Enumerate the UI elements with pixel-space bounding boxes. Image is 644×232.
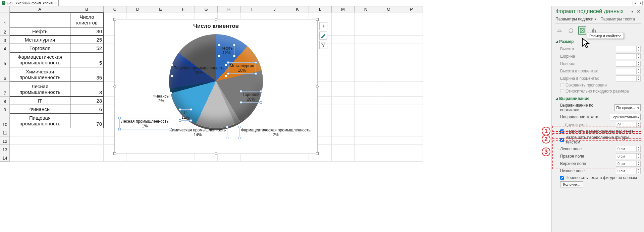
row-header[interactable]: 13 <box>0 145 10 153</box>
column-header[interactable]: P <box>400 6 423 12</box>
checkbox-lock-ratio[interactable]: Сохранить пропорции <box>560 83 607 88</box>
cell[interactable]: Число клиентов <box>70 12 104 27</box>
cell[interactable] <box>332 52 355 67</box>
cell[interactable]: Металлургия <box>10 36 70 44</box>
cell[interactable] <box>400 105 423 113</box>
data-label[interactable]: Металлургия10% <box>228 62 256 74</box>
cell[interactable]: 30 <box>70 27 104 36</box>
select-vertical-align[interactable]: По среди... <box>614 104 641 111</box>
cell[interactable] <box>377 145 400 153</box>
cell[interactable] <box>332 36 355 44</box>
column-header[interactable]: N <box>355 6 377 12</box>
column-header[interactable]: O <box>377 6 400 12</box>
input-left-margin[interactable]: 0 см▴▾ <box>616 146 641 152</box>
cell[interactable] <box>218 153 240 162</box>
cell[interactable] <box>400 44 423 52</box>
cell[interactable] <box>240 153 263 162</box>
row-header[interactable]: 7 <box>0 82 10 97</box>
column-header[interactable]: L <box>309 6 332 12</box>
cell[interactable] <box>355 44 377 52</box>
input-bottom-margin[interactable]: 0 см▴▾ <box>616 168 641 174</box>
cell[interactable] <box>377 153 400 162</box>
panel-dropdown-icon[interactable]: ▼ <box>631 10 634 13</box>
cell[interactable] <box>355 145 377 153</box>
cell[interactable] <box>400 12 423 27</box>
cell[interactable] <box>332 145 355 153</box>
cell[interactable] <box>10 145 70 153</box>
input-top-margin[interactable]: 0 см▴▾ <box>616 161 641 167</box>
data-label[interactable]: Торговля20% <box>241 91 261 103</box>
cell[interactable] <box>332 136 355 145</box>
data-label[interactable]: Лесная промышленность1% <box>119 118 170 129</box>
cell[interactable]: Фармацевтическая промышленность <box>10 52 70 67</box>
cell[interactable] <box>400 82 423 97</box>
column-header[interactable]: A <box>10 6 70 12</box>
tab-text-options[interactable]: Параметры текста <box>600 17 635 21</box>
effects-icon[interactable] <box>567 26 575 35</box>
cell[interactable] <box>332 97 355 105</box>
cell[interactable] <box>377 113 400 128</box>
column-header[interactable]: J <box>263 6 286 12</box>
cell[interactable] <box>263 153 286 162</box>
cell[interactable]: 28 <box>70 97 104 105</box>
column-header[interactable]: F <box>172 6 195 12</box>
close-tab-icon[interactable]: ✕ <box>54 1 57 5</box>
data-label[interactable]: Нефть12% <box>219 45 234 56</box>
cell[interactable]: 35 <box>70 67 104 82</box>
row-header[interactable]: 3 <box>0 36 10 44</box>
cell[interactable] <box>400 27 423 36</box>
worksheet[interactable]: ABCDEFGHIJKLMNOP 1234567891011121314 Чис… <box>0 6 552 232</box>
row-header[interactable]: 11 <box>0 128 10 136</box>
cell[interactable] <box>309 153 332 162</box>
cell[interactable]: 52 <box>70 44 104 52</box>
column-header[interactable]: K <box>286 6 309 12</box>
chart-styles-button[interactable] <box>319 32 327 40</box>
row-header[interactable]: 6 <box>0 67 10 82</box>
cell[interactable] <box>377 97 400 105</box>
column-header[interactable]: B <box>70 6 104 12</box>
tab-scroll-left[interactable]: ◂ <box>633 1 637 5</box>
checkbox-allow-overflow[interactable]: Разрешить переполнение фигуры текстом <box>560 135 641 144</box>
cell[interactable] <box>332 67 355 82</box>
cell[interactable] <box>355 128 377 136</box>
checkbox-wrap-text[interactable]: Переносить текст в фигуре по словам <box>560 175 637 180</box>
cell[interactable] <box>10 153 70 162</box>
cell[interactable] <box>400 113 423 128</box>
cell[interactable] <box>195 153 218 162</box>
section-alignment[interactable]: Выравнивание <box>555 94 641 102</box>
cell[interactable]: Химическая промышленность <box>10 67 70 82</box>
cell[interactable] <box>70 136 104 145</box>
tab-label-options[interactable]: Параметры подписи ▾ <box>555 17 596 21</box>
column-header[interactable]: G <box>195 6 218 12</box>
cell[interactable] <box>355 12 377 27</box>
cell[interactable] <box>332 153 355 162</box>
cell[interactable] <box>377 128 400 136</box>
columns-button[interactable]: Колонки... <box>560 181 583 187</box>
cell[interactable]: 3 <box>70 82 104 97</box>
cell[interactable] <box>332 105 355 113</box>
cell[interactable] <box>172 153 195 162</box>
cell[interactable] <box>126 153 149 162</box>
cell[interactable] <box>400 153 423 162</box>
cell[interactable] <box>400 36 423 44</box>
cell[interactable] <box>400 145 423 153</box>
cell[interactable]: IT <box>10 97 70 105</box>
data-label[interactable]: Химическая промышленность14% <box>168 127 227 138</box>
row-header[interactable]: 12 <box>0 136 10 145</box>
cell[interactable] <box>377 136 400 145</box>
cell[interactable] <box>355 67 377 82</box>
cell[interactable] <box>400 97 423 105</box>
cell[interactable] <box>377 105 400 113</box>
workbook-tab[interactable]: E32_Учебный файл_копия ✕ <box>0 0 59 6</box>
row-header[interactable]: 2 <box>0 27 10 36</box>
input-custom-angle[interactable]: 0°▴▾ <box>616 122 641 128</box>
cell[interactable] <box>332 82 355 97</box>
cell[interactable] <box>400 128 423 136</box>
column-header[interactable]: H <box>218 6 240 12</box>
cell[interactable] <box>355 97 377 105</box>
cell[interactable] <box>332 128 355 136</box>
tab-scroll-down[interactable]: ▾ <box>638 1 643 5</box>
chart-object[interactable]: Число клиентов Нефть12% Металлургия10% Т… <box>114 19 318 154</box>
fill-line-icon[interactable] <box>555 26 564 35</box>
cell[interactable] <box>377 52 400 67</box>
